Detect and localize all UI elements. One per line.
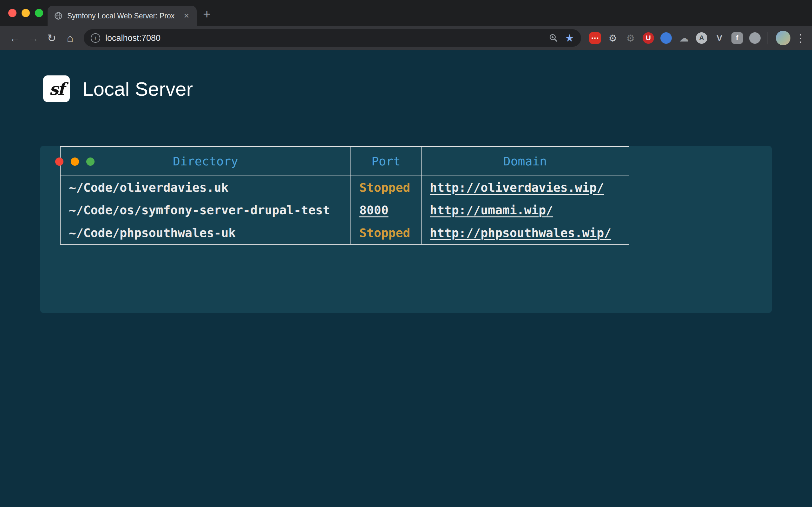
window-controls xyxy=(8,9,43,17)
window-minimize-button[interactable] xyxy=(21,9,30,17)
tab-favicon-globe-icon xyxy=(54,11,63,20)
page-header: sf Local Server xyxy=(0,50,812,102)
server-panel: Directory Port Domain ~/Code/oliverdavie… xyxy=(40,146,772,313)
tab-title: Symfony Local Web Server: Prox xyxy=(67,12,178,20)
browser-menu-icon[interactable]: ⋮ xyxy=(795,32,806,44)
browser-tab[interactable]: Symfony Local Web Server: Prox × xyxy=(48,6,197,26)
domain-link[interactable]: http://oliverdavies.wip/ xyxy=(430,181,604,194)
table-header-row: Directory Port Domain xyxy=(60,147,629,176)
extension-icon-blue-circle[interactable] xyxy=(660,32,672,44)
extension-icon-octocat[interactable] xyxy=(749,32,761,44)
port-link[interactable]: 8000 xyxy=(359,203,389,217)
extension-icon-letter-a[interactable]: A xyxy=(696,32,707,44)
window-zoom-button[interactable] xyxy=(35,9,43,17)
table-row: ~/Code/os/symfony-server-drupal-test 800… xyxy=(60,199,629,222)
domain-cell: http://phpsouthwales.wip/ xyxy=(421,222,629,244)
port-cell: Stopped xyxy=(351,222,421,244)
extension-icon-ublock[interactable]: U xyxy=(643,32,654,44)
tab-bar: Symfony Local Web Server: Prox × + xyxy=(0,0,812,26)
domain-link[interactable]: http://umami.wip/ xyxy=(430,203,553,217)
directory-cell: ~/Code/oliverdavies.uk xyxy=(60,176,351,199)
panel-window-dots xyxy=(55,158,95,166)
port-status: Stopped xyxy=(359,226,410,240)
port-status: Stopped xyxy=(359,181,410,194)
servers-table: Directory Port Domain ~/Code/oliverdavie… xyxy=(60,146,629,245)
url-text[interactable]: localhost:7080 xyxy=(105,33,548,43)
extension-icon-gear-dark[interactable]: ⚙ xyxy=(625,32,636,44)
panel-dot-red-icon xyxy=(55,158,63,166)
page-title: Local Server xyxy=(83,78,193,100)
column-header-port: Port xyxy=(351,147,421,176)
address-bar[interactable]: i localhost:7080 ★ xyxy=(84,29,581,47)
directory-cell: ~/Code/os/symfony-server-drupal-test xyxy=(60,199,351,222)
extension-icon-red-dots[interactable]: ⋯ xyxy=(589,32,601,44)
zoom-icon[interactable] xyxy=(548,33,559,43)
column-header-directory: Directory xyxy=(60,147,351,176)
tab-close-icon[interactable]: × xyxy=(183,11,190,20)
reload-button[interactable]: ↻ xyxy=(43,32,61,44)
table-row: ~/Code/phpsouthwales-uk Stopped http://p… xyxy=(60,222,629,244)
panel-dot-green-icon xyxy=(86,158,95,166)
extensions-area: ⋯ ⚙ ⚙ U ☁ A V f xyxy=(589,32,761,44)
extension-icon-letter-v[interactable]: V xyxy=(714,32,725,44)
back-button[interactable]: ← xyxy=(6,32,24,44)
port-cell: 8000 xyxy=(351,199,421,222)
extension-icon-letter-f[interactable]: f xyxy=(731,32,743,44)
domain-cell: http://oliverdavies.wip/ xyxy=(421,176,629,199)
panel-dot-orange-icon xyxy=(71,158,79,166)
browser-toolbar: ← → ↻ ⌂ i localhost:7080 ★ ⋯ ⚙ ⚙ U ☁ A V… xyxy=(0,26,812,50)
column-header-domain: Domain xyxy=(421,147,629,176)
bookmark-star-icon[interactable]: ★ xyxy=(565,33,574,43)
domain-cell: http://umami.wip/ xyxy=(421,199,629,222)
new-tab-button[interactable]: + xyxy=(203,8,211,21)
symfony-logo: sf xyxy=(43,75,70,102)
profile-avatar[interactable] xyxy=(776,31,791,45)
port-cell: Stopped xyxy=(351,176,421,199)
directory-cell: ~/Code/phpsouthwales-uk xyxy=(60,222,351,244)
home-button[interactable]: ⌂ xyxy=(61,32,79,44)
forward-button[interactable]: → xyxy=(24,32,43,44)
window-close-button[interactable] xyxy=(8,9,16,17)
domain-link[interactable]: http://phpsouthwales.wip/ xyxy=(430,226,611,240)
extension-icon-cloud[interactable]: ☁ xyxy=(678,32,690,44)
extension-icon-gear-light[interactable]: ⚙ xyxy=(607,32,618,44)
page-content: sf Local Server Directory Port Domain ~/… xyxy=(0,50,812,507)
table-row: ~/Code/oliverdavies.uk Stopped http://ol… xyxy=(60,176,629,199)
page-info-icon[interactable]: i xyxy=(91,33,100,43)
toolbar-separator xyxy=(768,32,768,44)
